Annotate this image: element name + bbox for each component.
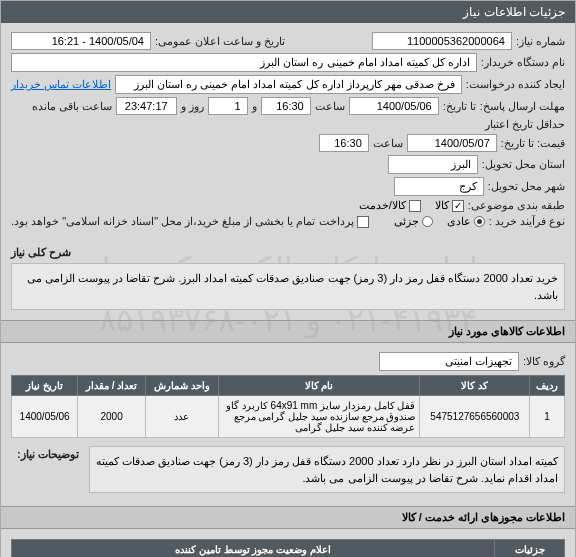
th-name: نام کالا [218, 376, 420, 396]
checkbox-icon [409, 200, 421, 212]
status-table: جزئیات اعلام وضعیت مجوز توسط تامین کننده… [11, 539, 565, 557]
deadline-date: 1400/05/06 [349, 97, 439, 115]
group-value: تجهیزات امنیتی [379, 352, 519, 371]
countdown: 23:47:17 [116, 97, 177, 115]
radio-icon [422, 216, 433, 227]
process-full[interactable]: عادی [447, 215, 485, 228]
province-label: استان محل تحویل: [482, 158, 565, 171]
table-header-row: ردیف کد کالا نام کالا واحد شمارش تعداد /… [12, 376, 565, 396]
deadline-label: مهلت ارسال پاسخ: [480, 100, 565, 113]
category-service[interactable]: کالا/خدمت [359, 199, 421, 212]
checkbox-icon [357, 216, 369, 228]
th-date: تاریخ نیاز [12, 376, 78, 396]
desc-text: خرید تعداد 2000 دستگاه قفل رمز دار (3 رم… [11, 263, 565, 310]
announce-label: تاریخ و ساعت اعلان عمومی: [155, 35, 285, 48]
th-detail: جزئیات [495, 540, 565, 558]
group-label: گروه کالا: [523, 355, 565, 368]
goods-section-title: اطلاعات کالاهای مورد نیاز [1, 320, 575, 343]
deadline-time: 16:30 [261, 97, 311, 115]
requester-label: ایجاد کننده درخواست: [466, 78, 565, 91]
province-value: البرز [388, 155, 478, 174]
process-partial[interactable]: جزئی [394, 215, 433, 228]
notes-text: کمیته امداد استان البرز در نظر دارد تعدا… [89, 446, 565, 493]
buyer-label: نام دستگاه خریدار: [481, 56, 565, 69]
payment-note-check[interactable]: پرداخت تمام یا بخشی از مبلغ خرید،از محل … [11, 215, 369, 228]
th-qty: تعداد / مقدار [78, 376, 146, 396]
announce-value: 1400/05/04 - 16:21 [11, 32, 151, 50]
price-until-label: قیمت: تا تاریخ: [501, 137, 565, 150]
validity-date: 1400/05/07 [407, 134, 497, 152]
category-label: طبقه بندی موضوعی: [468, 199, 565, 212]
category-goods[interactable]: کالا [435, 199, 464, 212]
until-label: تا تاریخ: [443, 100, 476, 113]
process-label: نوع فرآیند خرید : [489, 215, 565, 228]
page-title: جزئیات اطلاعات نیاز [463, 5, 565, 19]
days-value: 1 [208, 97, 248, 115]
validity-time: 16:30 [319, 134, 369, 152]
contact-link[interactable]: اطلاعات تماس خریدار [11, 78, 111, 91]
notes-label: توضیحات نیاز: [11, 442, 85, 467]
remaining-label: ساعت باقی مانده [32, 100, 112, 113]
city-value: کرج [394, 177, 484, 196]
table-row: 1 5475127656560003 قفل کامل رمزدار سایز … [12, 396, 565, 438]
th-code: کد کالا [420, 376, 530, 396]
page-header: جزئیات اطلاعات نیاز [1, 1, 575, 23]
desc-title: شرح کلی نیاز [11, 246, 71, 259]
buyer-value: اداره کل کمیته امداد امام خمینی ره استان… [11, 53, 477, 72]
need-no-value: 1100005362000064 [372, 32, 512, 50]
th-row: ردیف [530, 376, 565, 396]
goods-table: ردیف کد کالا نام کالا واحد شمارش تعداد /… [11, 375, 565, 438]
validity-label: حداقل تاریخ اعتبار [485, 118, 565, 131]
need-no-label: شماره نیاز: [516, 35, 565, 48]
checkbox-icon [452, 200, 464, 212]
requester-value: فرخ صدقی مهر کارپرداز اداره کل کمیته امد… [115, 75, 462, 94]
permits-section-title: اطلاعات مجوزهای ارائه خدمت / کالا [1, 506, 575, 529]
city-label: شهر محل تحویل: [488, 180, 565, 193]
th-status: اعلام وضعیت مجوز توسط تامین کننده [12, 540, 495, 558]
radio-icon [474, 216, 485, 227]
th-unit: واحد شمارش [145, 376, 218, 396]
